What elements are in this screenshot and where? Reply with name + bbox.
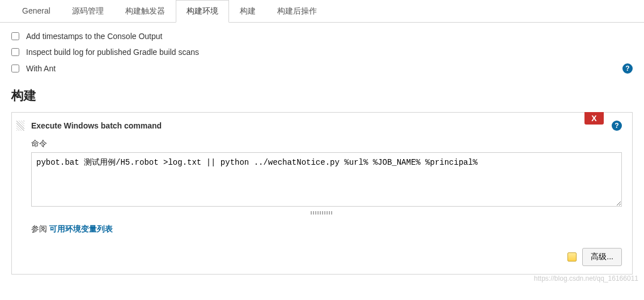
command-label: 命令 [31,139,622,149]
option-gradle-scans: Inspect build log for published Gradle b… [11,44,633,60]
build-step-title: Execute Windows batch command [31,121,612,130]
option-with-ant: With Ant ? [11,60,633,77]
tab-build[interactable]: 构建 [229,0,266,23]
env-vars-reference: 参阅 可用环境变量列表 [31,224,622,234]
tab-scm[interactable]: 源码管理 [61,0,115,23]
label-add-timestamps: Add timestamps to the Console Output [26,32,633,41]
checkbox-gradle-scans[interactable] [11,48,19,56]
notepad-icon [566,251,578,263]
tab-post-build[interactable]: 构建后操作 [266,0,328,23]
tab-build-environment[interactable]: 构建环境 [176,0,229,23]
delete-step-button[interactable]: X [584,112,604,125]
section-build-title: 构建 [11,87,633,104]
tab-triggers[interactable]: 构建触发器 [115,0,176,23]
resize-grip-icon[interactable] [22,207,622,216]
config-tabs: General 源码管理 构建触发器 构建环境 构建 构建后操作 [0,0,644,23]
checkbox-add-timestamps[interactable] [11,32,19,40]
checkbox-with-ant[interactable] [11,65,19,72]
option-add-timestamps: Add timestamps to the Console Output [11,28,633,44]
help-icon[interactable]: ? [622,63,633,74]
ref-prefix: 参阅 [31,224,49,233]
drag-handle-icon[interactable] [16,121,24,131]
help-icon[interactable]: ? [612,121,622,131]
tab-general[interactable]: General [11,0,61,23]
label-with-ant: With Ant [26,64,622,73]
build-step-execute-windows-batch: X Execute Windows batch command ? 命令 pyb… [11,112,633,275]
command-textarea[interactable]: pybot.bat 测试用例/H5.robot >log.txt || pyth… [31,152,622,207]
label-gradle-scans: Inspect build log for published Gradle b… [26,48,633,57]
env-vars-link[interactable]: 可用环境变量列表 [49,224,113,233]
advanced-button[interactable]: 高级... [582,248,622,266]
